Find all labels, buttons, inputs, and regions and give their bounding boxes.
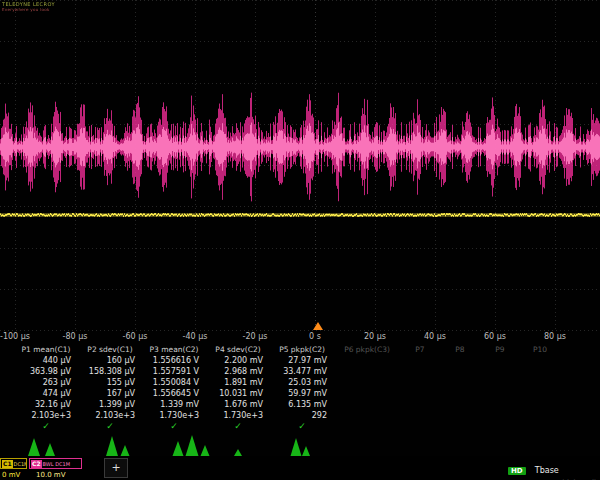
c1-tag: C1 — [2, 460, 13, 468]
c1-coupling: DC1M — [14, 461, 27, 467]
measure-value: 1.730e+3 — [142, 410, 206, 421]
measure-column-header[interactable]: P5 pkpk(C2) — [270, 344, 334, 355]
measure-column-header[interactable]: P10 — [520, 344, 560, 355]
time-axis-label: 60 µs — [484, 332, 506, 341]
graticule-canvas[interactable] — [0, 0, 600, 332]
histicon-strip[interactable] — [0, 432, 600, 458]
measure-value: 1.556645 V — [142, 388, 206, 399]
measure-value: 33.477 mV — [270, 366, 334, 377]
measure-header-row: P1 mean(C1)P2 sdev(C1)P3 mean(C2)P4 sdev… — [0, 344, 600, 355]
bottom-bar: C1 DC1M C2 BWL DC1M 0 mV 10.0 mV + HD Tb… — [0, 456, 600, 480]
measure-value: 1.730e+3 — [206, 410, 270, 421]
measure-value: 160 µV — [78, 355, 142, 366]
measure-status-ok-icon: ✓ — [142, 421, 206, 432]
measure-value: 1.550084 V — [142, 377, 206, 388]
measure-value: 59.97 mV — [270, 388, 334, 399]
brand-watermark: TELEDYNE LECROY Everywhere you look — [2, 1, 55, 13]
measure-value: 2.103e+3 — [14, 410, 78, 421]
measure-status-row: ✓✓✓✓✓ — [0, 421, 600, 432]
measure-value: 2.968 mV — [206, 366, 270, 377]
measure-value: 1.399 µV — [78, 399, 142, 410]
timebase-label: Tbase — [535, 466, 559, 475]
measure-value: 155 µV — [78, 377, 142, 388]
measure-column-header[interactable]: P3 mean(C2) — [142, 344, 206, 355]
measure-value: 263 µV — [14, 377, 78, 388]
measure-row: 474 µV167 µV1.556645 V10.031 mV59.97 mV — [0, 388, 600, 399]
measure-value: 167 µV — [78, 388, 142, 399]
time-axis-label: -40 µs — [183, 332, 208, 341]
channel-descriptor-c2[interactable]: C2 BWL DC1M — [29, 458, 82, 469]
time-axis-label: -20 µs — [243, 332, 268, 341]
time-axis-label: 80 µs — [544, 332, 566, 341]
hd-badge: HD — [508, 467, 526, 475]
measure-status-ok-icon: ✓ — [14, 421, 78, 432]
measure-value: 1.339 mV — [142, 399, 206, 410]
measure-status-ok-icon: ✓ — [78, 421, 142, 432]
measure-value: 10.031 mV — [206, 388, 270, 399]
measure-value: 292 — [270, 410, 334, 421]
measure-value: 2.103e+3 — [78, 410, 142, 421]
measure-value: 440 µV — [14, 355, 78, 366]
measure-value: 27.97 mV — [270, 355, 334, 366]
c2-tag: C2 — [31, 460, 42, 468]
measure-column-header[interactable]: P4 sdev(C2) — [206, 344, 270, 355]
measure-column-header[interactable]: P1 mean(C1) — [14, 344, 78, 355]
measure-table: P1 mean(C1)P2 sdev(C1)P3 mean(C2)P4 sdev… — [0, 344, 600, 432]
measure-row: 440 µV160 µV1.556616 V2.200 mV27.97 mV — [0, 355, 600, 366]
measure-value: 1.676 mV — [206, 399, 270, 410]
measure-status-ok-icon: ✓ — [206, 421, 270, 432]
measure-column-header[interactable]: P9 — [480, 344, 520, 355]
measure-column-header[interactable]: P6 pkpk(C3) — [334, 344, 400, 355]
measure-value: 25.03 mV — [270, 377, 334, 388]
c1-offset-value: 0 mV — [2, 471, 20, 479]
timebase-descriptor[interactable]: HD Tbase 20.0 µs/div — [508, 458, 600, 479]
time-axis-label: -60 µs — [123, 332, 148, 341]
brand-line-2: Everywhere you look — [2, 7, 55, 13]
measure-row: 363.98 µV158.308 µV1.557591 V2.968 mV33.… — [0, 366, 600, 377]
measure-row: 263 µV155 µV1.550084 V1.891 mV25.03 mV — [0, 377, 600, 388]
measure-column-header[interactable]: P7 — [400, 344, 440, 355]
measure-value: 2.200 mV — [206, 355, 270, 366]
measure-value: 158.308 µV — [78, 366, 142, 377]
measure-value: 6.135 mV — [270, 399, 334, 410]
measure-status-ok-icon: ✓ — [270, 421, 334, 432]
measure-value: 363.98 µV — [14, 366, 78, 377]
measure-value: 474 µV — [14, 388, 78, 399]
time-axis-label: 0 s — [309, 332, 321, 341]
time-axis-label: 40 µs — [424, 332, 446, 341]
time-axis-label: -80 µs — [63, 332, 88, 341]
measure-value: 1.557591 V — [142, 366, 206, 377]
measure-value: 32.16 µV — [14, 399, 78, 410]
measure-row: 2.103e+32.103e+31.730e+31.730e+3292 — [0, 410, 600, 421]
measure-column-header[interactable]: P2 sdev(C1) — [78, 344, 142, 355]
measure-column-header[interactable]: P8 — [440, 344, 480, 355]
oscilloscope-screen: TELEDYNE LECROY Everywhere you look -100… — [0, 0, 600, 480]
time-axis-label: 20 µs — [364, 332, 386, 341]
measure-value: 1.556616 V — [142, 355, 206, 366]
time-axis-label: -100 µs — [0, 332, 30, 341]
measure-body: 440 µV160 µV1.556616 V2.200 mV27.97 mV36… — [0, 355, 600, 421]
c2-vdiv-value: 10.0 mV — [36, 471, 65, 479]
measure-row: 32.16 µV1.399 µV1.339 mV1.676 mV6.135 mV — [0, 399, 600, 410]
measure-value: 1.891 mV — [206, 377, 270, 388]
add-trace-button[interactable]: + — [104, 458, 128, 478]
time-axis: -100 µs-80 µs-60 µs-40 µs-20 µs0 s20 µs4… — [0, 332, 600, 343]
c2-coupling: BWL DC1M — [43, 461, 70, 467]
channel-descriptor-c1[interactable]: C1 DC1M — [0, 458, 27, 469]
